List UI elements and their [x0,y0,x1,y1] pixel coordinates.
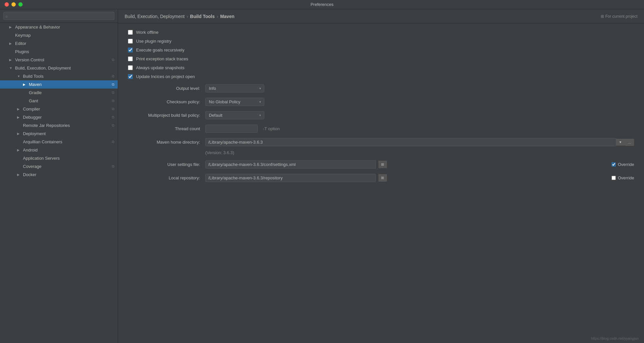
multiproject-fail-policy-select-wrapper: Default Fail Fast Fail At End Never Fail [205,111,264,119]
window-controls[interactable] [5,2,23,7]
settings-panel: Work offline Use plugin registry Execute… [118,23,644,189]
checksum-policy-select[interactable]: No Global Policy Strict Lax Ignore [205,98,264,106]
sidebar-item-keymap[interactable]: Keymap [0,31,118,39]
sidebar-item-application-servers[interactable]: Application Servers [0,154,118,162]
t-option-label: -T option [263,126,280,131]
local-repository-input-group: ⊞ [205,174,606,182]
local-repository-label: Local repository: [128,175,200,180]
chevron-right-icon: ▶ [17,173,21,176]
sidebar-item-label: Maven [29,82,42,87]
checkbox-use-plugin-registry: Use plugin registry [128,39,634,44]
user-settings-file-input[interactable] [205,160,376,169]
sidebar-item-version-control[interactable]: ▶ Version Control ⧉ [0,56,118,64]
user-settings-file-label: User settings file: [128,162,200,167]
checksum-policy-select-wrapper: No Global Policy Strict Lax Ignore [205,98,264,106]
user-settings-override-checkbox[interactable] [612,162,616,167]
sidebar-item-arquillian-containers[interactable]: Arquillian Containers ⧉ [0,138,118,146]
maximize-button[interactable] [18,2,23,7]
breadcrumb-sep-2: › [217,14,218,19]
sidebar-item-debugger[interactable]: ▶ Debugger ⧉ [0,113,118,121]
sidebar-item-label: Gant [29,98,38,103]
work-offline-checkbox[interactable] [128,30,133,35]
output-level-select[interactable]: Debug Info Warn Error [205,84,264,92]
maven-home-directory-row: Maven home directory: ▼ … [128,138,634,146]
copy-icon: ⧉ [112,82,114,87]
user-settings-override-label: Override [618,162,634,167]
use-plugin-registry-checkbox[interactable] [128,39,133,44]
local-repository-row: Local repository: ⊞ Override [128,174,634,182]
search-input[interactable] [3,12,114,20]
checkbox-work-offline: Work offline [128,30,634,35]
sidebar-item-label: Plugins [15,49,29,54]
chevron-right-icon: ▶ [9,58,13,62]
local-repository-browse-button[interactable]: ⊞ [378,174,387,182]
sidebar-item-plugins[interactable]: Plugins [0,48,118,56]
copy-icon: ⧉ [112,140,114,144]
thread-count-input[interactable] [205,125,258,133]
sidebar-item-build-execution-deployment[interactable]: ▼ Build, Execution, Deployment [0,64,118,72]
content-panel: Build, Execution, Deployment › Build Too… [118,9,644,343]
sidebar-item-coverage[interactable]: Coverage ⧉ [0,162,118,171]
sidebar-item-editor[interactable]: ▶ Editor [0,39,118,48]
update-indices-checkbox[interactable] [128,74,133,79]
multiproject-fail-policy-select[interactable]: Default Fail Fast Fail At End Never Fail [205,111,264,119]
sidebar-item-label: Compiler [23,107,40,111]
sidebar-item-maven[interactable]: ▶ Maven ⧉ [0,80,118,89]
project-link[interactable]: ⊞ For current project [601,14,637,19]
window-title: Preferences [311,2,333,7]
sidebar-item-label: Editor [15,41,26,46]
user-settings-override-group: Override [612,162,634,167]
chevron-down-icon: ▼ [17,74,21,78]
sidebar: ⌕ ▶ Appearance & Behavior Keymap ▶ Edito… [0,9,118,343]
search-bar: ⌕ [0,9,118,23]
sidebar-item-label: Android [23,148,38,152]
sidebar-item-docker[interactable]: ▶ Docker [0,171,118,179]
maven-home-dropdown-button[interactable]: ▼ [616,139,625,146]
always-update-snapshots-label: Always update snapshots [136,65,184,70]
sidebar-item-label: Keymap [15,33,31,38]
breadcrumb-part-1: Build, Execution, Deployment [125,14,185,19]
breadcrumb-sep-1: › [187,14,188,19]
sidebar-item-label: Appearance & Behavior [15,25,60,30]
local-repository-override-checkbox[interactable] [612,176,616,180]
local-repository-input[interactable] [205,174,376,182]
work-offline-label: Work offline [136,30,158,35]
sidebar-item-gradle[interactable]: Gradle ⧉ [0,89,118,97]
copy-icon: ⧉ [112,74,114,78]
sidebar-item-android[interactable]: ▶ Android [0,146,118,154]
output-level-label: Output level: [128,86,200,91]
always-update-snapshots-checkbox[interactable] [128,65,133,70]
multiproject-fail-policy-row: Multiproject build fail policy: Default … [128,111,634,119]
execute-goals-recursively-checkbox[interactable] [128,48,133,52]
output-level-select-wrapper: Debug Info Warn Error [205,84,264,92]
version-note-text: (Version: 3.6.3) [205,150,234,155]
maven-home-browse-button[interactable]: … [625,139,634,146]
sidebar-item-label: Debugger [23,115,42,120]
print-exception-stack-traces-checkbox[interactable] [128,56,133,61]
checkbox-update-indices: Update Incices on project open [128,74,634,79]
main-container: ⌕ ▶ Appearance & Behavior Keymap ▶ Edito… [0,9,644,343]
copy-icon: ⧉ [112,99,114,103]
thread-count-row: Thread count -T option [128,125,634,133]
chevron-right-icon: ▶ [23,83,27,86]
sidebar-item-compiler[interactable]: ▶ Compiler ⧉ [0,105,118,113]
sidebar-item-build-tools[interactable]: ▼ Build Tools ⧉ [0,72,118,80]
minimize-button[interactable] [11,2,16,7]
sidebar-item-appearance-behavior[interactable]: ▶ Appearance & Behavior [0,23,118,31]
user-settings-browse-button[interactable]: ⊞ [378,161,387,168]
checkbox-execute-goals-recursively: Execute goals recursively [128,48,634,52]
maven-home-directory-label: Maven home directory: [128,140,200,145]
sidebar-item-deployment[interactable]: ▶ Deployment [0,130,118,138]
chevron-right-icon: ▶ [9,42,13,45]
sidebar-item-remote-jar-repositories[interactable]: Remote Jar Repositories ⧉ [0,121,118,130]
chevron-right-icon: ▶ [17,132,21,135]
close-button[interactable] [5,2,9,7]
chevron-right-icon: ▶ [17,107,21,111]
chevron-right-icon: ▶ [17,148,21,152]
maven-home-directory-input[interactable] [205,138,616,146]
title-bar: Preferences [0,0,644,9]
search-wrapper: ⌕ [3,12,114,20]
sidebar-item-gant[interactable]: Gant ⧉ [0,97,118,105]
update-indices-label: Update Incices on project open [136,74,195,79]
use-plugin-registry-label: Use plugin registry [136,39,171,44]
